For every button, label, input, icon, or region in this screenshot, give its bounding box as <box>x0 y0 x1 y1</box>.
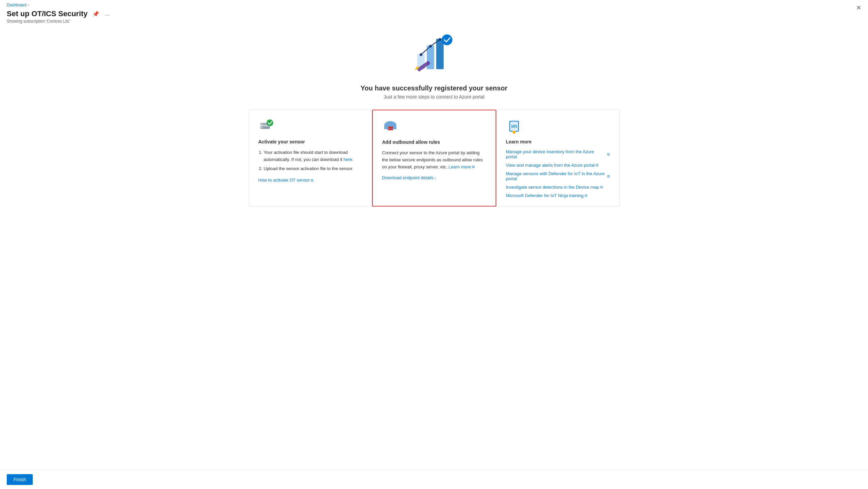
more-button[interactable]: … <box>103 10 111 18</box>
svg-point-3 <box>420 53 422 56</box>
learn-link-0[interactable]: Manage your device inventory from the Az… <box>506 149 610 159</box>
page-subtitle: Showing subscription 'Contoso Ltd.' <box>0 19 868 24</box>
pin-icon: 📌 <box>92 11 99 17</box>
svg-rect-20 <box>388 127 389 128</box>
outbound-rules-card: Add outbound allow rules Connect your se… <box>372 110 496 207</box>
learn-link-2[interactable]: Manage sensors with Defender for IoT in … <box>506 171 610 181</box>
breadcrumb: Dashboard › <box>7 3 29 7</box>
learn-link-4[interactable]: Microsoft Defender for IoT Ninja trainin… <box>506 193 610 198</box>
svg-point-13 <box>267 119 273 126</box>
svg-rect-12 <box>261 127 262 128</box>
svg-point-5 <box>439 38 441 41</box>
svg-point-4 <box>429 45 432 48</box>
outbound-rules-title: Add outbound allow rules <box>382 139 486 145</box>
download-icon: ↓ <box>435 175 437 181</box>
svg-point-6 <box>442 34 452 45</box>
page-title: Set up OT/ICS Security <box>7 9 88 18</box>
learn-link-0-icon: ⧉ <box>607 152 610 157</box>
finish-button[interactable]: Finish <box>7 474 33 485</box>
svg-rect-2 <box>436 39 444 69</box>
breadcrumb-dashboard[interactable]: Dashboard <box>7 3 27 7</box>
download-endpoint-link[interactable]: Download endpoint details ↓ <box>382 174 437 182</box>
svg-rect-21 <box>388 129 389 130</box>
success-title: You have successfully registered your se… <box>361 84 507 92</box>
learn-more-links: Manage your device inventory from the Az… <box>506 149 610 198</box>
learn-more-ext-icon: ⧉ <box>472 164 475 170</box>
activate-step2-text: Upload the sensor activation file to the… <box>264 166 354 171</box>
header-icons: 📌 … <box>91 10 111 18</box>
outbound-rules-body: Connect your sensor to the Azure portal … <box>382 150 486 182</box>
learn-link-3-icon: ⧉ <box>600 185 603 189</box>
outbound-rules-icon <box>382 118 398 135</box>
learn-link-4-icon: ⧉ <box>585 193 587 198</box>
learn-link-3[interactable]: Investigate sensor detections in the Dev… <box>506 185 610 190</box>
cards-container: Activate your sensor Your activation fil… <box>249 110 620 207</box>
activate-sensor-body: Your activation file should start to dow… <box>258 149 362 184</box>
more-icon: … <box>105 11 110 17</box>
here-link[interactable]: here. <box>343 156 354 163</box>
activate-sensor-card: Activate your sensor Your activation fil… <box>249 110 372 207</box>
svg-rect-11 <box>261 124 262 125</box>
activate-ot-sensor-link[interactable]: How to activate OT sensor ⧉ <box>258 177 314 184</box>
breadcrumb-chevron: › <box>28 3 29 7</box>
footer-bar: Finish <box>0 470 868 489</box>
activate-link-ext-icon: ⧉ <box>311 178 313 184</box>
main-content: You have successfully registered your se… <box>0 24 868 220</box>
pin-button[interactable]: 📌 <box>91 10 101 18</box>
learn-link-2-icon: ⧉ <box>607 174 610 179</box>
close-button[interactable]: ✕ <box>856 4 861 11</box>
activate-sensor-title: Activate your sensor <box>258 139 362 144</box>
success-subtitle: Just a few more steps to connect to Azur… <box>384 94 484 100</box>
page-header: Set up OT/ICS Security 📌 … <box>0 9 868 18</box>
learn-more-card-title: Learn more <box>506 139 610 144</box>
hero-illustration <box>407 30 461 78</box>
svg-text:101: 101 <box>511 124 517 128</box>
activate-sensor-icon <box>258 118 275 134</box>
activate-step1-text: Your activation file should start to dow… <box>264 150 348 162</box>
learn-link-1-icon: ⧉ <box>596 163 598 167</box>
learn-more-link[interactable]: Learn more ⧉ <box>449 164 475 171</box>
learn-more-card: 101 Learn more Manage your device invent… <box>496 110 620 207</box>
learn-more-card-icon: 101 <box>506 118 522 134</box>
learn-link-1[interactable]: View and manage alerts from the Azure po… <box>506 163 610 168</box>
